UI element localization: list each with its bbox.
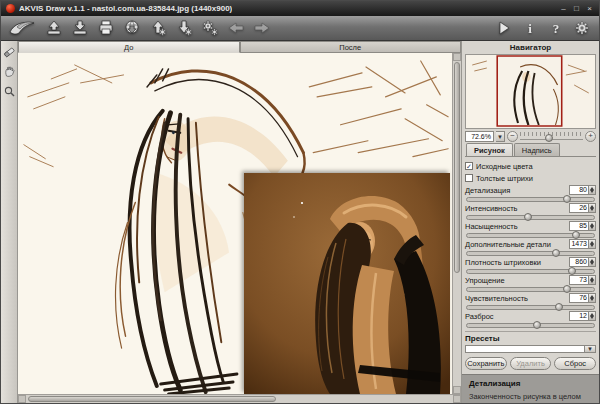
zoom-out-button[interactable]: − [507,131,518,142]
close-button[interactable]: × [585,4,594,14]
slider-thumb[interactable] [572,231,580,239]
presets-combobox[interactable]: ▼ [465,345,596,353]
save-preset-button[interactable]: Сохранить [465,357,507,370]
spinner-buttons[interactable] [589,221,596,231]
slider-thumb[interactable] [563,285,571,293]
spinner-buttons[interactable] [589,203,596,213]
presets-combo-value[interactable] [465,345,585,353]
help-icon[interactable]: ? [543,18,568,39]
slider-value-spinbox[interactable]: 85 [569,221,596,231]
vertical-scrollbar[interactable] [452,53,461,394]
slider-value-spinbox[interactable]: 1473 [569,239,596,249]
checkbox-box[interactable]: ✓ [465,162,473,170]
zoom-slider-thumb[interactable] [545,134,553,142]
open-image-icon[interactable] [41,18,66,39]
slider-row: Разброс12 [465,311,596,328]
reset-preset-button[interactable]: Сброс [554,357,596,370]
original-photo-inset [244,173,450,394]
minimize-button[interactable]: – [559,4,568,14]
export-parameters-icon[interactable] [171,18,196,39]
slider-value[interactable]: 26 [569,203,589,213]
presets-combo-dropdown[interactable]: ▼ [585,345,596,353]
slider-thumb[interactable] [524,213,532,221]
maximize-button[interactable]: □ [572,4,581,14]
delete-preset-button[interactable]: Удалить [510,357,552,370]
spinner-buttons[interactable] [589,311,596,321]
slider-value-spinbox[interactable]: 73 [569,275,596,285]
slider-value[interactable]: 73 [569,275,589,285]
save-image-icon[interactable] [67,18,92,39]
spinner-buttons[interactable] [589,185,596,195]
scroll-down-button[interactable] [453,386,461,394]
spinner-buttons[interactable] [589,239,596,249]
undo-icon[interactable] [223,18,248,39]
slider-track[interactable] [466,321,595,328]
slider-thumb[interactable] [552,249,560,257]
slider-thumb[interactable] [533,321,541,329]
spinner-buttons[interactable] [589,293,596,303]
vertical-scroll-thumb[interactable] [454,62,460,273]
spinner-buttons[interactable] [589,275,596,285]
slider-track[interactable] [466,231,595,238]
slider-track[interactable] [466,249,595,256]
scroll-up-button[interactable] [453,53,461,61]
tab-drawing[interactable]: Рисунок [466,143,513,156]
slider-value-spinbox[interactable]: 76 [569,293,596,303]
slider-row: Интенсивность26 [465,203,596,220]
slider-thumb[interactable] [568,267,576,275]
spinner-buttons[interactable] [589,257,596,267]
slider-value[interactable]: 76 [569,293,589,303]
slider-value-spinbox[interactable]: 26 [569,203,596,213]
redo-icon[interactable] [249,18,274,39]
slider-value[interactable]: 860 [569,257,589,267]
tool-strip [1,41,18,403]
slider-row: Чувствительность76 [465,293,596,310]
slider-value[interactable]: 1473 [569,239,589,249]
slider-value-spinbox[interactable]: 12 [569,311,596,321]
checkbox-row[interactable]: ✓Исходные цвета [465,160,596,172]
run-icon[interactable] [491,18,516,39]
print-icon[interactable] [93,18,118,39]
tab-after[interactable]: После [240,41,462,53]
slider-value[interactable]: 80 [569,185,589,195]
slider-track[interactable] [466,195,595,202]
zoom-tool-icon[interactable] [3,85,16,98]
slider-thumb[interactable] [555,303,563,311]
horizontal-scroll-thumb[interactable] [28,396,276,402]
zoom-slider[interactable] [520,131,583,142]
publish-web-icon[interactable] [119,18,144,39]
zoom-value-input[interactable]: 72.6% [465,131,494,142]
eraser-tool-icon[interactable] [3,45,16,58]
scroll-right-button[interactable] [453,395,461,403]
akvis-bird-icon[interactable] [6,18,40,39]
zoom-in-button[interactable]: + [585,131,596,142]
import-parameters-icon[interactable] [145,18,170,39]
slider-label: Плотность штриховки [465,258,541,267]
slider-value[interactable]: 85 [569,221,589,231]
tab-before[interactable]: До [18,41,240,53]
navigator-thumbnail[interactable] [465,54,596,129]
slider-track[interactable] [466,213,595,220]
batch-processing-icon[interactable] [197,18,222,39]
slider-thumb[interactable] [563,195,571,203]
checkbox-row[interactable]: Толстые штрихи [465,172,596,184]
slider-track[interactable] [466,303,595,310]
presets-title: Пресеты [465,331,596,343]
slider-value-spinbox[interactable]: 860 [569,257,596,267]
tab-text[interactable]: Надпись [514,143,560,156]
slider-row: Детализация80 [465,185,596,202]
preferences-icon[interactable] [569,18,594,39]
hand-tool-icon[interactable] [3,65,16,78]
checkbox-list: ✓Исходные цветаТолстые штрихи [465,160,596,184]
slider-row: Упрощение73 [465,275,596,292]
slider-value-spinbox[interactable]: 80 [569,185,596,195]
zoom-dropdown-button[interactable]: ▼ [496,131,505,142]
horizontal-scrollbar[interactable] [18,394,461,403]
image-viewport[interactable] [18,53,452,394]
scroll-left-button[interactable] [18,395,26,403]
about-icon[interactable]: i [517,18,542,39]
checkbox-box[interactable] [465,174,473,182]
slider-track[interactable] [466,267,595,274]
slider-value[interactable]: 12 [569,311,589,321]
slider-track[interactable] [466,285,595,292]
